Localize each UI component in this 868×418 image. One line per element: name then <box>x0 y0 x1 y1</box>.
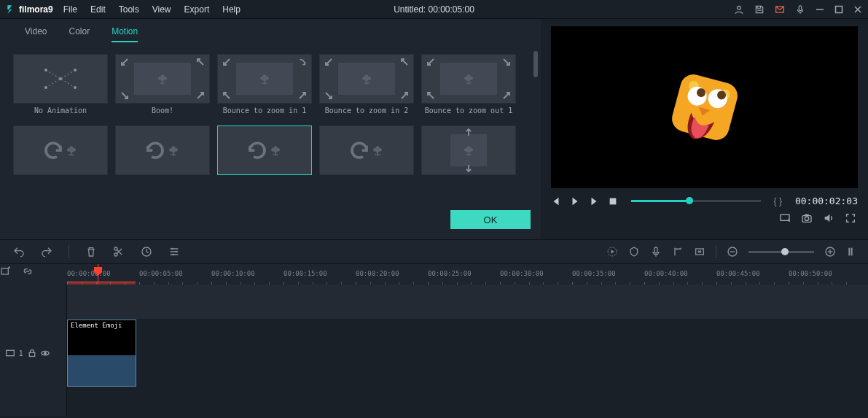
video-track-1-body[interactable]: Element Emoji <box>67 320 868 387</box>
ruler-tick: 00:00:50:00 <box>789 270 832 277</box>
menu-export[interactable]: Export <box>184 4 210 15</box>
titlebar: filmora9 File Edit Tools View Export Hel… <box>0 0 868 19</box>
ok-button[interactable]: OK <box>450 210 531 229</box>
zoom-slider-thumb[interactable] <box>781 248 789 255</box>
undo-button[interactable] <box>13 246 25 258</box>
timeline-ruler[interactable]: 00:00:00:0000:00:05:0000:00:10:0000:00:1… <box>67 264 868 285</box>
tab-color[interactable]: Color <box>69 26 90 42</box>
svg-point-65 <box>171 248 173 250</box>
svg-rect-79 <box>7 350 15 356</box>
marker-icon[interactable] <box>628 246 640 258</box>
add-track-icon[interactable] <box>0 266 12 277</box>
track-type-icon <box>6 349 15 357</box>
menu-view[interactable]: View <box>152 4 171 15</box>
timeline-ruler-row: 00:00:00:0000:00:05:0000:00:10:0000:00:1… <box>0 264 868 285</box>
split-button[interactable] <box>113 246 125 258</box>
progress-thumb[interactable] <box>686 197 693 204</box>
ruler-tick: 00:00:45:00 <box>716 270 760 277</box>
track-footer-head <box>0 387 67 416</box>
account-icon[interactable] <box>734 4 744 15</box>
link-icon[interactable] <box>22 266 34 277</box>
redo-button[interactable] <box>41 246 52 258</box>
play-button[interactable] <box>589 196 599 206</box>
timeline-toolbar-right <box>606 245 855 258</box>
next-frame-button[interactable] <box>570 196 580 206</box>
timeline-tracks: 1 Element Emoji <box>0 285 868 418</box>
motion-preset-2[interactable]: Bounce to zoom in 1 <box>217 54 312 118</box>
tab-motion[interactable]: Motion <box>112 26 138 42</box>
close-button[interactable] <box>853 5 862 14</box>
svg-point-81 <box>44 352 47 355</box>
preview-video[interactable] <box>551 26 858 188</box>
track-footer-body[interactable] <box>67 387 868 416</box>
motion-preset-1[interactable]: Boom! <box>115 54 210 118</box>
adjust-button[interactable] <box>168 246 180 258</box>
render-preview-icon[interactable] <box>606 246 618 258</box>
message-icon[interactable] <box>775 4 785 15</box>
motion-preset-5[interactable] <box>13 125 108 190</box>
minimize-button[interactable] <box>816 5 824 14</box>
preset-scrollbar[interactable] <box>533 51 538 77</box>
delete-button[interactable] <box>85 246 97 258</box>
effect-tabs: Video Color Motion <box>0 19 541 47</box>
menu-edit[interactable]: Edit <box>90 4 106 15</box>
svg-point-60 <box>805 217 808 220</box>
ruler-tick: 00:00:25:00 <box>428 270 472 277</box>
preset-thumb <box>421 125 516 175</box>
motion-preset-0[interactable]: No Animation <box>13 54 108 118</box>
motion-presets: No AnimationBoom!Bounce to zoom in 1Boun… <box>0 47 541 193</box>
clip-element-emoji[interactable]: Element Emoji <box>67 320 136 387</box>
zoom-slider[interactable] <box>748 251 814 253</box>
preset-label: Bounce to zoom out 1 <box>425 107 512 115</box>
emoji-preview <box>661 63 748 151</box>
tab-video[interactable]: Video <box>25 26 47 42</box>
motion-preset-3[interactable]: Bounce to zoom in 2 <box>319 54 414 118</box>
video-track-1-head[interactable]: 1 <box>0 320 67 387</box>
speed-button[interactable] <box>141 246 152 258</box>
fullscreen-icon[interactable] <box>845 212 856 224</box>
svg-point-67 <box>172 254 174 256</box>
mark-in-out-icon[interactable]: { } <box>774 196 782 206</box>
timeline-options-icon[interactable] <box>846 246 855 258</box>
preset-thumb <box>217 125 312 175</box>
playhead[interactable] <box>98 264 98 285</box>
preset-label: No Animation <box>34 107 87 115</box>
lock-icon[interactable] <box>28 349 36 357</box>
video-track-1: 1 Element Emoji <box>0 320 868 387</box>
audio-mixer-icon[interactable] <box>672 246 684 258</box>
timeline-toolbar <box>0 239 868 264</box>
app-logo: filmora9 <box>6 4 53 15</box>
motion-preset-8[interactable] <box>319 125 414 190</box>
filmora-logo-icon <box>6 4 16 15</box>
maximize-button[interactable] <box>834 5 843 14</box>
prev-frame-button[interactable] <box>551 196 561 206</box>
track-spacer-body[interactable] <box>67 285 868 320</box>
preset-label: Bounce to zoom in 1 <box>223 107 306 115</box>
ruler-tick: 00:00:15:00 <box>284 270 327 277</box>
eye-icon[interactable] <box>41 349 50 357</box>
zoom-out-button[interactable] <box>727 246 738 258</box>
motion-preset-4[interactable]: Bounce to zoom out 1 <box>421 54 516 118</box>
playback-progress[interactable] <box>631 200 761 202</box>
preview-quality-icon[interactable] <box>779 212 791 224</box>
volume-icon[interactable] <box>823 212 834 224</box>
svg-rect-57 <box>610 198 617 204</box>
svg-point-13 <box>59 77 62 80</box>
menu-file[interactable]: File <box>63 4 77 15</box>
player-controls: { } 00:00:02:03 <box>551 196 858 206</box>
stop-button[interactable] <box>608 196 618 206</box>
menu-help[interactable]: Help <box>222 4 241 15</box>
voiceover-icon[interactable] <box>650 246 662 258</box>
svg-rect-77 <box>851 248 853 256</box>
motion-preset-9[interactable] <box>421 125 516 190</box>
preset-thumb <box>217 54 312 104</box>
motion-preset-6[interactable] <box>115 125 210 190</box>
zoom-in-button[interactable] <box>824 246 836 258</box>
divider <box>716 245 716 258</box>
motion-preset-7[interactable] <box>217 125 312 190</box>
crop-icon[interactable] <box>694 246 705 258</box>
mic-icon[interactable] <box>795 4 805 15</box>
menu-tools[interactable]: Tools <box>119 4 139 15</box>
snapshot-icon[interactable] <box>801 212 813 224</box>
save-icon[interactable] <box>754 4 765 15</box>
